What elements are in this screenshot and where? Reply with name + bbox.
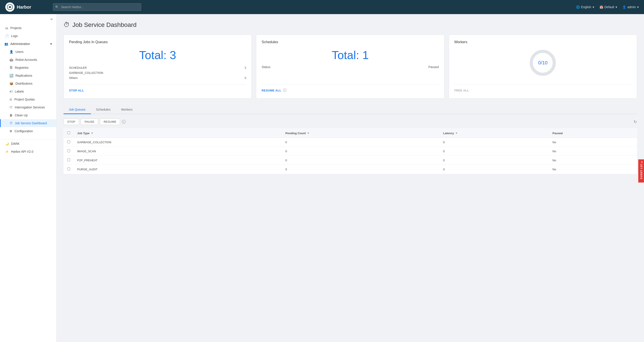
- sidebar-item-job-service-dashboard[interactable]: ⏱ Job Service Dashboard: [0, 119, 56, 127]
- user-icon: 👤: [622, 5, 626, 9]
- sidebar-item-clean-up[interactable]: 🗑 Clean Up: [0, 111, 56, 119]
- free-all-button[interactable]: FREE ALL: [454, 88, 469, 93]
- cell-pending-count-1: 0: [282, 138, 440, 147]
- users-icon: 👥: [4, 42, 8, 46]
- cell-paused-4: No: [549, 165, 637, 174]
- sidebar-collapse-button[interactable]: «: [0, 14, 56, 24]
- search-input[interactable]: [53, 3, 141, 11]
- logo-icon: [5, 2, 14, 12]
- schedules-action-area: RESUME ALL ⓘ: [262, 84, 439, 93]
- user-menu[interactable]: 👤 admin ▾: [622, 5, 639, 9]
- sidebar-item-projects[interactable]: 🗂 Projects: [0, 24, 56, 32]
- sidebar-item-dark-mode[interactable]: 🌙 DARK: [0, 140, 56, 148]
- table-row: P2P_PREHEAT 0 0 No: [64, 156, 637, 165]
- schedules-card: Schedules Total: 1 Status Paused RESUME …: [256, 34, 444, 98]
- refresh-button[interactable]: ↻: [634, 119, 637, 124]
- pause-button[interactable]: PAUSE: [81, 119, 98, 125]
- cell-pending-count-3: 0: [282, 156, 440, 165]
- stat-value-others: 0: [244, 76, 246, 79]
- cell-latency-4: 0: [440, 165, 549, 174]
- donut-label: 0/10: [538, 60, 548, 66]
- main-content: ⏱ Job Service Dashboard Pending Jobs In …: [56, 14, 644, 342]
- search-icon: 🔍: [55, 5, 59, 9]
- pending-jobs-card: Pending Jobs In Queues Total: 3 GARBAGE_…: [64, 34, 252, 98]
- row-checkbox-cell-3: [64, 156, 74, 165]
- workers-donut: 0/10: [528, 48, 557, 77]
- stop-all-button[interactable]: STOP ALL: [69, 88, 84, 93]
- cell-latency-2: 0: [440, 147, 549, 156]
- info-icon: ⓘ: [122, 119, 126, 124]
- sidebar-item-robot-accounts[interactable]: 🤖 Robot Accounts: [0, 56, 56, 64]
- row-checkbox-1[interactable]: [67, 140, 70, 143]
- header-checkbox-cell: [64, 129, 74, 138]
- sidebar-item-configuration[interactable]: ⚙ Configuration: [0, 127, 56, 135]
- sidebar-item-logs[interactable]: 📄 Logs: [0, 32, 56, 40]
- resume-info-icon[interactable]: ⓘ: [283, 88, 286, 93]
- trash-icon: 🗑: [10, 113, 12, 117]
- sidebar-item-distributions[interactable]: 📦 Distributions: [0, 79, 56, 87]
- sidebar-section-administration[interactable]: 👥 Administration ▾: [0, 40, 56, 48]
- calendar-icon: 📅: [600, 5, 603, 9]
- sidebar-item-registries[interactable]: 🗄 Registries: [0, 64, 56, 72]
- top-navigation: Harbor 🔍 🌐 English ▾ 📅 Default ▾ 👤 admin…: [0, 0, 644, 14]
- row-checkbox-4[interactable]: [67, 167, 70, 170]
- timezone-selector[interactable]: 📅 Default ▾: [600, 5, 617, 9]
- chevron-down-icon: ▾: [616, 5, 617, 9]
- resume-button[interactable]: RESUME: [100, 119, 120, 125]
- language-selector[interactable]: 🌐 English ▾: [576, 5, 594, 9]
- logo-area: Harbor: [5, 2, 50, 12]
- sidebar-item-replications[interactable]: 🔄 Replications: [0, 72, 56, 79]
- row-checkbox-2[interactable]: [67, 149, 70, 152]
- page-title: ⏱ Job Service Dashboard: [64, 21, 637, 28]
- stat-row-others: Others 0: [69, 75, 246, 80]
- row-checkbox-cell-1: [64, 138, 74, 147]
- pending-jobs-action-area: STOP ALL: [69, 84, 246, 93]
- table-body: GARBAGE_COLLECTION 0 0 No IMAGE_SCAN 0 0…: [64, 138, 637, 174]
- row-checkbox-3[interactable]: [67, 158, 70, 161]
- workers-card: Workers 0/10 FREE ALL: [449, 34, 637, 98]
- refresh-icon: ↻: [634, 120, 637, 124]
- resume-all-button[interactable]: RESUME ALL: [262, 88, 281, 93]
- table-row: PURGE_AUDIT 0 0 No: [64, 165, 637, 174]
- cards-row: Pending Jobs In Queues Total: 3 GARBAGE_…: [64, 34, 637, 98]
- row-checkbox-cell-4: [64, 165, 74, 174]
- workers-card-title: Workers: [454, 40, 632, 44]
- distribution-icon: 📦: [10, 82, 13, 85]
- stat-label-scheduler: SCHEDULER: [69, 66, 87, 69]
- event-log-badge: 3: [640, 160, 644, 164]
- sidebar-item-harbor-api[interactable]: ⚡ Harbor API V2.0: [0, 148, 56, 156]
- cell-job-type-2: IMAGE_SCAN: [74, 147, 282, 156]
- chevron-down-icon: ▾: [50, 42, 52, 46]
- filter-icon-pending-count[interactable]: ▼: [307, 132, 310, 134]
- schedules-card-title: Schedules: [262, 40, 439, 44]
- filter-icon-job-type[interactable]: ▼: [91, 132, 93, 134]
- sidebar-item-project-quotas[interactable]: ⊙ Project Quotas: [0, 95, 56, 103]
- stop-button[interactable]: STOP: [64, 119, 79, 125]
- schedules-status-row: Status Paused: [262, 65, 439, 69]
- table-row: IMAGE_SCAN 0 0 No: [64, 147, 637, 156]
- pending-jobs-total: Total: 3: [69, 48, 246, 62]
- chevron-down-icon: ▾: [592, 5, 594, 9]
- schedules-total: Total: 1: [262, 48, 439, 62]
- sidebar-item-users[interactable]: 👤 Users: [0, 48, 56, 56]
- job-queues-table: Job Type ▼ Pending Count ▼ Latency ▼: [64, 128, 637, 174]
- globe-icon: 🌐: [576, 5, 580, 9]
- filter-icon-latency[interactable]: ▼: [455, 132, 458, 134]
- replication-icon: 🔄: [10, 74, 13, 77]
- sidebar-item-labels[interactable]: 🏷 Labels: [0, 87, 56, 95]
- pending-jobs-stats: GARBAGE_COLLECTION SCHEDULER 3 GARBAGE_C…: [69, 65, 246, 81]
- tab-workers[interactable]: Workers: [116, 106, 138, 114]
- sidebar-item-interrogation-services[interactable]: 🛡 Interrogation Services: [0, 103, 56, 111]
- cell-pending-count-4: 0: [282, 165, 440, 174]
- api-icon: ⚡: [5, 150, 9, 153]
- select-all-checkbox[interactable]: [67, 131, 70, 134]
- robot-icon: 🤖: [10, 58, 13, 61]
- tab-schedules[interactable]: Schedules: [91, 106, 116, 114]
- workers-donut-wrap: 0/10: [454, 48, 632, 77]
- info-button[interactable]: ⓘ: [122, 119, 126, 124]
- folder-icon: 🗂: [5, 26, 8, 30]
- tab-job-queues[interactable]: Job Queues: [64, 106, 91, 114]
- moon-icon: 🌙: [5, 142, 9, 145]
- header-pending-count: Pending Count ▼: [282, 129, 440, 138]
- cell-paused-3: No: [549, 156, 637, 165]
